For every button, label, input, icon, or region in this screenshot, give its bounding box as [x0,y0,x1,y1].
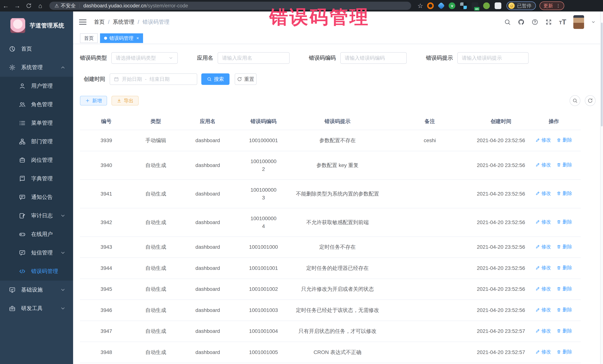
error-type-select[interactable]: 请选择错误码类型 [111,52,178,64]
sidebar-item-在线用户[interactable]: 在线用户 [0,225,73,243]
delete-link[interactable]: 删除 [557,190,572,197]
sidebar-item-label: 研发工具 [21,305,43,312]
cell-code: 1001000003 [237,180,290,208]
sidebar-item-研发工具[interactable]: 研发工具 [0,299,73,318]
edit-link[interactable]: 修改 [535,264,551,271]
blue-gem-extension-icon[interactable] [438,2,445,10]
sidebar-item-基础设施[interactable]: 基础设施 [0,281,73,299]
logo-row[interactable]: 芋道管理系统 [0,11,73,40]
chevron-up-icon [60,65,66,70]
edit-link[interactable]: 修改 [535,190,551,197]
delete-link[interactable]: 删除 [557,218,572,226]
delete-link[interactable]: 删除 [557,264,572,271]
forward-icon[interactable]: → [12,2,23,10]
cell-id: 3940 [80,151,133,180]
sidebar-item-首页[interactable]: 首页 [0,40,73,58]
add-button-label: 新增 [92,98,102,104]
sidebar-item-错误码管理[interactable]: 错误码管理 [0,262,73,281]
cell-actions: 修改删除 [527,258,581,279]
sidebar-item-菜单管理[interactable]: 菜单管理 [0,114,73,132]
cell-actions: 修改删除 [527,151,581,180]
fullscreen-icon[interactable] [545,19,552,25]
on-badge-extension-icon[interactable] [472,2,478,9]
orange-ring-extension-icon[interactable] [427,2,434,9]
green-key-extension-icon[interactable] [483,2,490,9]
breadcrumb-home[interactable]: 首页 [94,18,105,26]
error-code-input[interactable] [345,55,402,61]
font-size-icon[interactable]: TT [559,19,566,26]
green-v-extension-icon[interactable]: v [449,2,455,9]
sidebar-item-岗位管理[interactable]: 岗位管理 [0,151,73,169]
tab-home[interactable]: 首页 [80,33,98,43]
delete-link[interactable]: 删除 [557,327,572,334]
close-icon[interactable]: × [136,36,139,41]
puzzle-extension-icon[interactable] [495,2,501,9]
cell-type: 自动生成 [133,208,179,237]
delete-link[interactable]: 删除 [557,161,572,168]
chevron-down-icon [168,55,173,60]
refresh-table-button[interactable] [585,95,596,106]
add-button[interactable]: 新增 [80,96,107,105]
sidebar-item-字典管理[interactable]: 字典管理 [0,169,73,188]
sidebar-item-部门管理[interactable]: 部门管理 [0,132,73,151]
scrollbar[interactable] [600,11,603,364]
user-caret-icon[interactable] [591,20,596,24]
app-name-input[interactable] [222,55,285,61]
edit-link[interactable]: 修改 [535,218,551,226]
sidebar-item-审计日志[interactable]: 审计日志 [0,207,73,225]
start-date-placeholder: 开始日期 [122,76,142,82]
delete-link[interactable]: 删除 [557,306,572,313]
help-icon[interactable] [532,19,538,25]
cell-type: 手动编辑 [133,130,179,151]
edit-icon [535,265,540,270]
bookmark-star-icon[interactable]: ☆ [417,2,423,10]
delete-link[interactable]: 删除 [557,243,572,250]
error-hint-input[interactable] [462,55,524,61]
export-button[interactable]: 导出 [112,96,139,105]
browser-update-button[interactable]: 更新 ⋮ [540,1,564,10]
date-range-picker[interactable]: 开始日期 - 结束日期 [110,73,197,85]
home-icon[interactable]: ⌂ [35,2,46,10]
edit-link[interactable]: 修改 [535,348,551,355]
edit-link[interactable]: 修改 [535,136,551,144]
toggle-search-button[interactable] [570,95,580,106]
sidebar-item-用户管理[interactable]: 用户管理 [0,77,73,95]
edit-link[interactable]: 修改 [535,285,551,292]
edit-link[interactable]: 修改 [535,306,551,313]
github-icon[interactable] [518,19,524,25]
back-icon[interactable]: ← [0,2,12,10]
edit-link[interactable]: 修改 [535,327,551,334]
table-row: 3939手动编辑dashboard1001000001参数配置不存在ceshi2… [80,130,581,151]
blue-grid-extension-icon[interactable] [460,2,467,9]
user-avatar[interactable] [573,15,584,29]
search-button[interactable]: 搜索 [201,73,230,85]
browser-profile-chip[interactable]: ☺ 已暂停 [507,1,536,10]
delete-link[interactable]: 删除 [557,136,572,144]
sidebar-item-label: 错误码管理 [31,268,58,275]
edit-link[interactable]: 修改 [535,161,551,168]
sidebar-item-系统管理[interactable]: 系统管理 [0,58,73,77]
calendar-icon [114,77,119,82]
breadcrumb-system[interactable]: 系统管理 [113,18,134,26]
edit-link[interactable]: 修改 [535,243,551,250]
delete-link[interactable]: 删除 [557,285,572,292]
active-dot-icon [104,37,107,40]
reset-button[interactable]: 重置 [235,73,257,85]
sidebar-item-短信管理[interactable]: 短信管理 [0,243,73,262]
cell-code: 1001000001 [237,130,290,151]
cell-actions: 修改删除 [527,300,581,321]
search-icon[interactable] [504,19,511,25]
reload-icon[interactable] [23,3,35,9]
table-row: 3948自动生成dashboard1001001005CRON 表达式不正确20… [80,342,581,363]
overlay-annotation-title: 错误码管理 [269,5,370,30]
hamburger-icon[interactable] [79,20,86,25]
delete-link[interactable]: 删除 [557,348,572,355]
cell-id: 3948 [80,342,133,363]
sidebar-item-角色管理[interactable]: 角色管理 [0,95,73,114]
browser-menu-icon[interactable]: ⋮ [556,3,560,8]
cell-actions: 修改删除 [527,321,581,342]
table-row: 3943自动生成dashboard1001001000定时任务不存在2021-0… [80,237,581,258]
sidebar-item-通知公告[interactable]: 通知公告 [0,188,73,207]
tab-error-code[interactable]: 错误码管理 × [100,33,143,43]
scrollbar-thumb[interactable] [601,22,603,126]
